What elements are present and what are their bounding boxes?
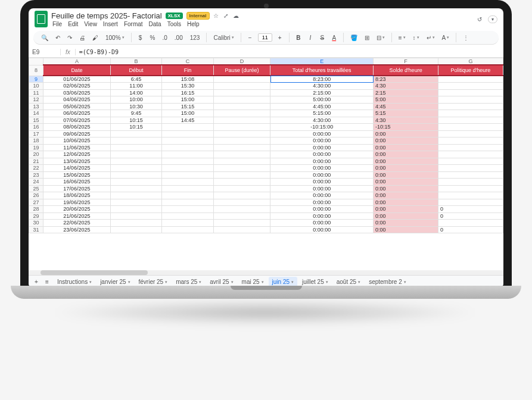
cell-D15[interactable]	[213, 117, 270, 124]
cell-G26[interactable]	[438, 192, 503, 199]
row-header-17[interactable]: 17	[29, 130, 43, 138]
cell-F9[interactable]: 8:23	[374, 76, 438, 83]
italic-button[interactable]: I	[306, 33, 315, 42]
cell-E16[interactable]: -10:15:00	[270, 124, 374, 131]
cell-E30[interactable]: 0:00:00	[270, 220, 374, 227]
search-icon[interactable]: 🔍	[39, 33, 50, 42]
cell-F24[interactable]: 0:00	[374, 179, 438, 186]
cell-F14[interactable]: 5:15	[374, 110, 438, 117]
cell-E19[interactable]: 0:00:00	[270, 144, 374, 151]
cell-E21[interactable]: 0:00:00	[270, 158, 374, 165]
cell-A23[interactable]: 15/06/2025	[43, 171, 110, 179]
cell-D20[interactable]	[213, 151, 270, 158]
cell-B25[interactable]	[110, 185, 161, 192]
cell-C19[interactable]	[162, 144, 213, 151]
cell-G11[interactable]	[438, 89, 503, 96]
cell-D27[interactable]	[213, 199, 270, 206]
cell-B28[interactable]	[110, 206, 161, 213]
cell-A21[interactable]: 13/06/2025	[43, 158, 110, 165]
menu-insert[interactable]: Insert	[103, 21, 118, 27]
cell-A11[interactable]: 03/06/2025	[43, 89, 110, 96]
menu-edit[interactable]: Edit	[68, 21, 78, 27]
row-header-20[interactable]: 20	[29, 151, 43, 158]
cell-B26[interactable]	[110, 192, 161, 199]
menu-tools[interactable]: Tools	[167, 21, 181, 27]
header-cell-A[interactable]: Date	[43, 65, 110, 76]
cell-G19[interactable]	[438, 144, 503, 151]
cell-A10[interactable]: 02/06/2025	[43, 83, 110, 90]
text-wrap-button[interactable]: ↵▾	[425, 33, 437, 42]
cell-C11[interactable]: 16:15	[162, 89, 213, 96]
row-header-18[interactable]: 18	[29, 138, 43, 145]
cell-G21[interactable]	[438, 158, 503, 165]
cell-G22[interactable]	[438, 165, 503, 172]
row-header-26[interactable]: 26	[29, 192, 43, 199]
row-header-23[interactable]: 23	[29, 171, 43, 179]
font-size-input[interactable]	[258, 33, 272, 42]
cell-E28[interactable]: 0:00:00	[270, 206, 374, 213]
menu-view[interactable]: View	[84, 21, 97, 27]
cell-E17[interactable]: 0:00:00	[270, 130, 374, 138]
cell-F28[interactable]: 0:00	[374, 206, 438, 213]
cell-D28[interactable]	[213, 206, 270, 213]
cell-F23[interactable]: 0:00	[374, 171, 438, 179]
cell-A30[interactable]: 22/06/2025	[43, 220, 110, 227]
percent-button[interactable]: %	[148, 33, 157, 42]
row-header-27[interactable]: 27	[29, 199, 43, 206]
redo-button[interactable]: ↷	[66, 33, 74, 42]
cell-G20[interactable]	[438, 151, 503, 158]
cloud-icon[interactable]: ☁	[233, 12, 239, 19]
strikethrough-button[interactable]: S	[318, 33, 326, 42]
row-header-8[interactable]: 8	[29, 65, 43, 76]
cell-F31[interactable]: 0:00	[374, 226, 438, 233]
add-sheet-button[interactable]: +	[32, 277, 41, 286]
history-icon[interactable]: ↺	[477, 16, 482, 23]
cell-C27[interactable]	[162, 199, 213, 206]
cell-B17[interactable]	[110, 130, 161, 138]
cell-A18[interactable]: 10/06/2025	[43, 138, 110, 145]
cell-E18[interactable]: 0:00:00	[270, 138, 374, 145]
cell-A16[interactable]: 08/06/2025	[43, 124, 110, 131]
cell-C20[interactable]	[162, 151, 213, 158]
row-header-30[interactable]: 30	[29, 220, 43, 227]
paint-format-button[interactable]: 🖌	[91, 33, 100, 42]
cell-F12[interactable]: 5:00	[374, 96, 438, 104]
header-cell-B[interactable]: Début	[110, 65, 161, 76]
cell-F16[interactable]: -10:15	[374, 124, 438, 131]
vertical-align-button[interactable]: ↕▾	[411, 33, 421, 42]
cell-B30[interactable]	[110, 220, 161, 227]
cell-C16[interactable]	[162, 124, 213, 131]
cell-C22[interactable]	[162, 165, 213, 172]
cell-E24[interactable]: 0:00:00	[270, 179, 374, 186]
cell-F19[interactable]: 0:00	[374, 144, 438, 151]
cell-E27[interactable]: 0:00:00	[270, 199, 374, 206]
cell-A22[interactable]: 14/06/2025	[43, 165, 110, 172]
row-header-25[interactable]: 25	[29, 185, 43, 192]
cell-E10[interactable]: 4:30:00	[270, 83, 374, 90]
cell-G29[interactable]: 0	[438, 212, 503, 220]
header-cell-C[interactable]: Fin	[162, 65, 213, 76]
borders-button[interactable]: ⊞	[363, 33, 371, 42]
chevron-down-icon[interactable]: ▾	[231, 280, 234, 285]
cell-D16[interactable]	[213, 124, 270, 131]
cell-B19[interactable]	[110, 144, 161, 151]
doc-title[interactable]: Feuille de temps 2025- Factorial	[51, 11, 162, 20]
fill-color-button[interactable]: 🪣	[349, 33, 359, 42]
cell-F15[interactable]: 4:30	[374, 117, 438, 124]
row-header-9[interactable]: 9	[29, 76, 43, 83]
cell-D31[interactable]	[213, 226, 270, 233]
cell-D19[interactable]	[213, 144, 270, 151]
cell-F22[interactable]: 0:00	[374, 165, 438, 172]
row-header-11[interactable]: 11	[29, 89, 43, 96]
cell-B16[interactable]: 10:15	[110, 124, 161, 131]
cell-F17[interactable]: 0:00	[374, 130, 438, 138]
chevron-down-icon[interactable]: ▾	[89, 280, 92, 285]
star-icon[interactable]: ☆	[213, 12, 219, 19]
cell-F11[interactable]: 2:15	[374, 89, 438, 96]
col-header-C[interactable]: C	[162, 58, 213, 65]
cell-D11[interactable]	[213, 89, 270, 96]
print-button[interactable]: 🖨	[77, 33, 87, 42]
chevron-down-icon[interactable]: ▾	[262, 280, 264, 285]
menu-file[interactable]: File	[52, 21, 62, 27]
move-icon[interactable]: ⤢	[223, 12, 228, 19]
